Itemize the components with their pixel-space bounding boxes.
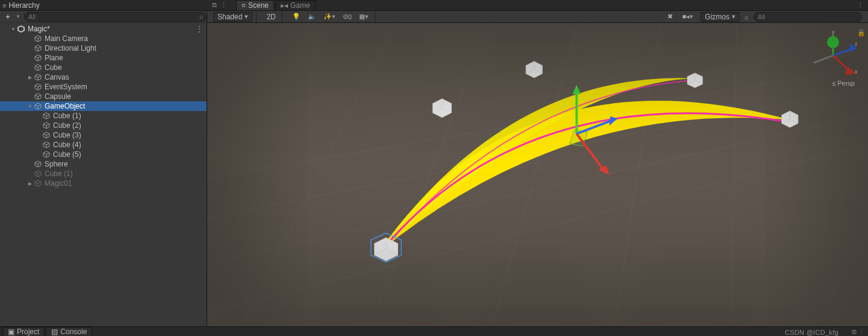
gameobject-icon [42,150,51,159]
shaded-label: Shaded [217,13,242,21]
gameobject-icon [42,112,51,120]
expand-arrow-icon[interactable] [10,26,17,32]
hidden-count: 0 [348,13,352,21]
chevron-down-icon: ▾ [332,13,336,21]
bottom-bar: ▣ Project ▤ Console CSDN @ICD_kfg ⧉ ⋮ [0,326,868,336]
hierarchy-row[interactable]: Cube (1) [0,111,207,121]
hierarchy-row[interactable]: Directional Light [0,43,207,53]
scene-world [207,23,868,326]
hierarchy-tab[interactable]: ≡ Hierarchy [0,0,207,10]
grid-toggle-icon[interactable]: ▦▾ [357,12,371,22]
hierarchy-panel: + ▼ ⌕ Magic*⋮Main CameraDirectional Ligh… [0,11,207,326]
audio-toggle-icon[interactable]: 🔈 [305,12,319,22]
hierarchy-search-input[interactable] [24,12,207,22]
projection-label[interactable]: ≤ Persp [832,80,855,87]
expand-arrow-icon[interactable] [27,74,34,80]
chevron-down-icon: ▾ [732,13,735,21]
gameobject-icon [34,44,42,52]
hierarchy-row[interactable]: Cube (3) [0,130,207,140]
persp-prefix: ≤ [832,80,835,87]
hierarchy-row[interactable]: Sphere [0,159,207,169]
hierarchy-item-label: Cube (1) [45,170,73,178]
orientation-gizmo[interactable]: y x z [808,30,858,81]
hierarchy-row[interactable]: Cube (5) [0,150,207,159]
hierarchy-dock-controls[interactable]: ⧉ ⋮ [207,0,233,10]
scene-viewport[interactable]: y x z 🔒 ≤ Persp [207,23,868,326]
hierarchy-item-label: Main Camera [45,34,88,43]
scene-icon: ⌗ [242,1,246,10]
hierarchy-item-label: GameObject [45,102,85,110]
panel-menu-icon[interactable]: ⋮ [220,1,226,9]
hierarchy-item-label: Cube (1) [53,112,81,120]
hidden-objects-icon[interactable]: ⊘0 [340,12,354,22]
gameobject-icon [42,141,51,149]
lock-icon[interactable]: 🔒 [857,29,866,37]
tab-console[interactable]: ▤ Console [46,327,92,336]
hierarchy-row[interactable]: EventSystem [0,82,207,92]
scene-toolbar: Shaded ▾ 2D 💡 🔈 ✨▾ ⊘0 ▦▾ [207,11,868,23]
scene-root-row[interactable]: Magic*⋮ [0,24,207,34]
scene-search-input[interactable] [754,12,862,22]
svg-point-69 [827,36,839,48]
hierarchy-row[interactable]: GameObject [0,101,207,111]
mode-2d-toggle[interactable]: 2D [264,12,278,22]
hierarchy-row[interactable]: Cube [0,63,207,72]
hierarchy-row[interactable]: Magic01 [0,179,207,188]
scene-name: Magic* [28,25,50,33]
tab-game[interactable]: ▸◂ Game [275,0,316,10]
lighting-toggle-icon[interactable]: 💡 [290,12,303,22]
expand-arrow-icon[interactable] [27,103,34,109]
hierarchy-item-label: Cube (3) [53,131,81,139]
watermark: CSDN @ICD_kfg [785,329,845,336]
hierarchy-row[interactable]: Main Camera [0,34,207,43]
gizmos-dropdown[interactable]: Gizmos ▾ [701,12,740,22]
unity-icon [17,25,25,33]
chevron-down-icon: ▾ [245,13,248,21]
gameobject-icon [34,179,42,188]
axis-y-label: y [832,30,835,35]
scene-menu-icon[interactable]: ⋮ [196,25,202,33]
tools-icon[interactable]: ✖ [665,12,675,22]
gameobject-icon [34,73,42,81]
panel-popout-icon[interactable]: ⧉ [212,1,217,9]
tab-scene[interactable]: ⌗ Scene [236,0,274,10]
create-button[interactable]: + [4,13,12,21]
panel-menu-icon[interactable]: ⋮ [857,1,863,9]
hierarchy-item-label: Cube (2) [53,121,81,130]
hierarchy-row[interactable]: Cube (2) [0,121,207,130]
hierarchy-row[interactable]: Cube (1) [0,169,207,179]
gameobject-icon [34,34,42,43]
hierarchy-tree[interactable]: Magic*⋮Main CameraDirectional LightPlane… [0,23,207,326]
tab-game-label: Game [290,1,310,10]
hierarchy-item-label: Sphere [45,160,68,168]
tab-scene-label: Scene [248,1,269,10]
chevron-down-icon: ▾ [365,13,369,21]
fx-toggle-icon[interactable]: ✨▾ [321,12,338,22]
scene-panel: Shaded ▾ 2D 💡 🔈 ✨▾ ⊘0 ▦▾ [207,11,868,326]
persp-text: Persp [837,80,855,87]
shaded-dropdown[interactable]: Shaded ▾ [213,12,252,22]
hierarchy-row[interactable]: Cube (4) [0,140,207,150]
create-dropdown-icon[interactable]: ▼ [16,14,20,19]
tab-project[interactable]: ▣ Project [2,327,45,336]
center-tabs: ⌗ Scene ▸◂ Game [233,0,852,10]
gizmos-label: Gizmos [705,13,729,21]
gameobject-icon [34,170,42,178]
hierarchy-row[interactable]: Canvas [0,72,207,82]
hierarchy-item-label: Directional Light [45,44,96,52]
title-bar: ≡ Hierarchy ⧉ ⋮ ⌗ Scene ▸◂ Game ⋮ [0,0,868,11]
menu-icon: ≡ [2,2,6,9]
hierarchy-row[interactable]: Plane [0,53,207,63]
gameobject-icon [42,131,51,139]
expand-arrow-icon[interactable] [27,180,34,186]
folder-icon: ▣ [8,328,14,336]
scene-dock-controls[interactable]: ⋮ [852,0,868,10]
hierarchy-row[interactable]: Capsule [0,92,207,101]
svg-line-66 [814,55,833,63]
tab-console-label: Console [60,328,87,336]
svg-line-40 [242,23,399,326]
bottom-dock-controls[interactable]: ⧉ ⋮ [852,328,868,336]
chevron-down-icon: ▾ [690,13,693,21]
hierarchy-item-label: Canvas [45,73,69,81]
camera-icon[interactable]: ■◂▾ [680,12,696,22]
